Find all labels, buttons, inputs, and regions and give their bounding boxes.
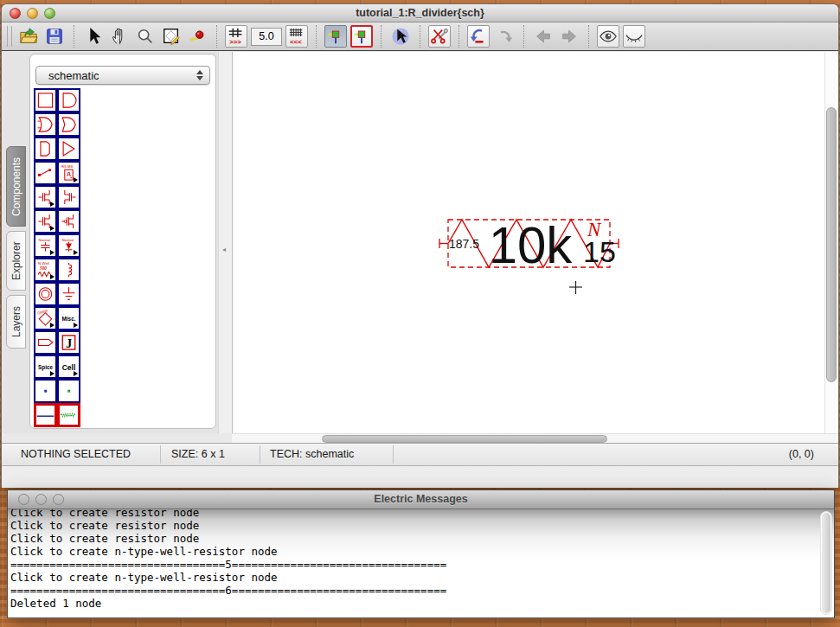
palette-pmos-transistor[interactable] [57,209,80,234]
palette-spice-code[interactable]: Spice [34,355,57,379]
palette-nmos-transistor[interactable] [34,185,57,209]
palette-ground[interactable] [57,282,80,306]
palette-transistor-4port[interactable] [34,209,57,234]
pin-mode-button[interactable] [324,25,347,48]
toggle-grid-button[interactable]: >>> [225,25,247,48]
pin-icon [326,27,345,46]
back-button[interactable] [532,25,555,48]
palette-misc[interactable]: Misc. [57,306,80,330]
select-objects-icon [391,27,410,46]
cursor-coordinates: (0, 0) [789,444,814,465]
palette-buffer-gate[interactable] [57,88,80,112]
palette-capacitor[interactable]: Normal [34,234,57,258]
toolbar-separator [316,25,317,48]
close-button[interactable] [18,494,29,505]
grid-spacing-field[interactable] [251,28,282,46]
palette-flipflop[interactable]: RS MS [57,161,80,185]
select-objects-button[interactable] [389,25,412,48]
palette-inductor[interactable] [57,258,80,282]
palette-purpose-box[interactable] [34,88,57,112]
submenu-arrow-icon [50,226,55,231]
messages-title-bar[interactable]: Electric Messages [8,490,834,509]
horizontal-scroll-thumb[interactable] [322,435,607,443]
zoom-window-button[interactable] [53,494,64,505]
ground-icon [59,284,79,304]
unexpand-cells-button[interactable] [623,25,645,48]
resistor-node[interactable]: 187.5 10k 15 N [439,214,629,309]
redo-button[interactable] [493,25,516,48]
minimize-button[interactable] [35,494,47,505]
purpose-box-icon [35,90,55,111]
grid-fine-button[interactable]: <<< [285,25,308,48]
toolbar-grip[interactable] [7,26,12,47]
outline-pencil-icon [162,27,181,46]
palette-nmos-transistor-2[interactable] [57,185,80,209]
title-bar[interactable]: tutorial_1:R_divider{sch} [2,4,838,22]
tab-layers[interactable]: Layers [6,295,26,349]
palette-highlight-layer[interactable] [57,403,80,427]
select-mode-button[interactable] [82,25,105,48]
toolbar-separator [381,25,382,48]
save-library-button[interactable] [43,25,66,48]
palette-cell-frame[interactable] [34,403,57,427]
preferences-button[interactable] [428,25,451,48]
console-lines: Click to create resistor nodeClick to cr… [10,509,834,610]
inductor-icon [59,259,79,280]
offpage-connector-icon [35,332,55,353]
svg-text:Spice: Spice [38,364,53,371]
tab-explorer[interactable]: Explorer [6,231,26,291]
measure-mode-button[interactable] [186,25,208,48]
tab-components[interactable]: Components [6,146,26,227]
expand-cells-button[interactable] [597,25,619,48]
minimize-button[interactable] [27,8,38,19]
pan-mode-button[interactable] [108,25,131,48]
status-separator [260,445,260,464]
select-arrow-icon [84,27,103,46]
palette-mux[interactable] [34,137,57,161]
close-button[interactable] [10,8,21,19]
zoom-mode-button[interactable] [134,25,157,48]
splitter-collapse-icon[interactable]: ◂ [222,246,226,253]
canvas-vertical-scrollbar[interactable] [824,52,837,433]
bus-pin-icon [59,381,79,401]
messages-scroll-thumb[interactable] [822,513,830,613]
toolbar-separator [523,25,524,48]
palette-bus-pin[interactable] [57,379,80,403]
panel-splitter[interactable]: ◂ [218,52,232,433]
forward-button[interactable] [558,25,580,48]
vertical-scroll-thumb[interactable] [826,107,837,382]
messages-scrollbar[interactable] [820,511,832,615]
palette-cell-instance[interactable]: Cell [57,355,80,379]
eye-open-icon [599,27,618,46]
messages-window-title: Electric Messages [8,490,834,509]
messages-console: Click to create resistor nodeClick to cr… [8,509,834,617]
schematic-canvas[interactable]: 187.5 10k 15 N [232,52,838,433]
console-line: =================================5======… [10,558,834,571]
palette-global-signal[interactable]: Global [34,306,57,330]
mux-icon [35,138,55,159]
work-area: ComponentsExplorerLayers schematic RS MS… [2,52,838,433]
zoom-window-button[interactable] [44,8,55,19]
palette-well-resistor[interactable]: N-Well500 [34,258,57,282]
palette-offpage-connector[interactable] [34,330,57,355]
submenu-arrow-icon [74,177,78,182]
submenu-arrow-icon [50,202,55,207]
open-library-button[interactable] [17,25,40,48]
desktop-background: tutorial_1:R_divider{sch} >>><<< Compone… [0,0,840,627]
messages-window: Electric Messages Click to create resist… [7,489,835,618]
palette-wire-pin[interactable] [34,379,57,403]
undo-button[interactable] [467,25,490,48]
nmos-transistor-2-icon [59,187,79,208]
palette-or-gate[interactable] [34,112,57,137]
palette-josephson-junction[interactable]: J [57,330,80,355]
toolbar-separator [216,25,217,48]
eye-closed-icon [625,27,644,46]
palette-buffer[interactable] [57,137,80,161]
canvas-horizontal-scrollbar[interactable] [232,433,838,443]
palette-power[interactable] [34,282,57,306]
pin-boxed-mode-button[interactable] [350,25,373,48]
palette-and-gate[interactable] [57,112,80,137]
palette-diode[interactable]: Normal [57,234,80,258]
outline-edit-button[interactable] [160,25,183,48]
palette-switch[interactable] [34,161,57,185]
